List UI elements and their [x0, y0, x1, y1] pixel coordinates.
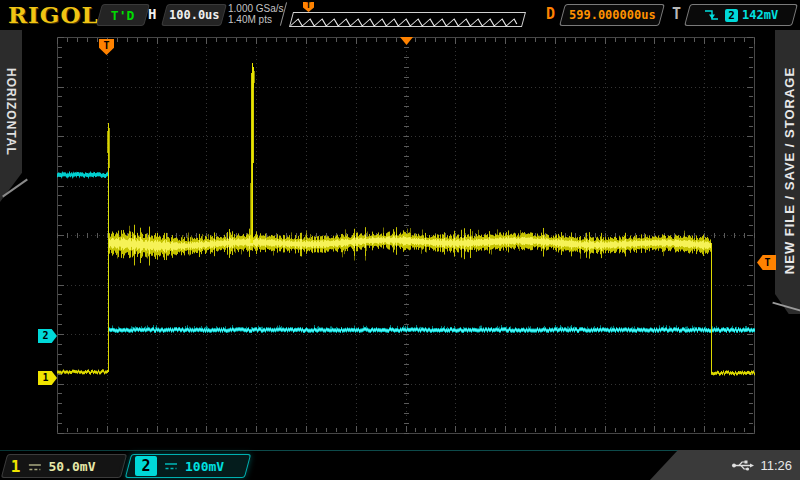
memory-position-bar: [289, 12, 526, 27]
tab-storage-label: NEW FILE / SAVE / STORAGE: [782, 53, 797, 289]
memory-trigger-marker[interactable]: T: [303, 2, 314, 12]
trigger-status-label: T'D: [111, 8, 134, 23]
ch1-dc-coupling-icon: [28, 460, 42, 472]
ch1-scale-value: 50.0mV: [49, 459, 96, 474]
trigger-level-value: 142mV: [742, 8, 778, 22]
trigger-status-badge: T'D: [96, 4, 150, 26]
delay-label: D: [546, 5, 555, 23]
sample-rate: 1.000 GSa/s: [228, 3, 288, 14]
brand-logo: RIGOL: [8, 1, 99, 28]
top-status-bar: RIGOL T'D H 100.0us 1.000 GSa/s 1.40M pt…: [0, 0, 800, 30]
trigger-source-badge: 2: [725, 9, 738, 22]
falling-edge-icon: [703, 8, 721, 22]
clock: 11:26: [760, 458, 792, 473]
memory-depth: 1.40M pts: [228, 14, 288, 25]
memory-waveform-icon: [290, 17, 522, 28]
ch1-badge: 1: [11, 457, 21, 476]
acquisition-info: 1.000 GSa/s 1.40M pts: [228, 3, 288, 25]
tab-horizontal-label: HORIZONTAL: [4, 68, 18, 158]
delay-value: 599.000000us: [569, 8, 656, 22]
timebase-readout[interactable]: 100.0us: [161, 4, 227, 26]
trigger-readout[interactable]: 2 142mV: [684, 4, 798, 26]
channel-status-bar: 1 50.0mV 2 100mV: [0, 450, 800, 480]
system-status-area: 11:26: [650, 450, 800, 480]
ch2-dc-coupling-icon: [164, 460, 178, 472]
ch2-scale-value: 100mV: [185, 459, 224, 474]
graticule-canvas: [0, 0, 800, 480]
usb-icon: [731, 459, 755, 472]
oscilloscope-screen: RIGOL T'D H 100.0us 1.000 GSa/s 1.40M pt…: [0, 0, 800, 480]
timebase-value: 100.0us: [169, 8, 220, 22]
ch1-status-box[interactable]: 1 50.0mV: [1, 454, 127, 478]
trigger-label: T: [672, 5, 681, 23]
ch2-status-box[interactable]: 2 100mV: [125, 454, 251, 478]
delay-readout[interactable]: 599.000000us: [559, 4, 665, 26]
tab-storage-menu[interactable]: NEW FILE / SAVE / STORAGE: [775, 30, 800, 314]
tab-horizontal-menu[interactable]: HORIZONTAL: [0, 30, 22, 202]
horizontal-menu-label[interactable]: H: [148, 6, 156, 22]
ch2-badge: 2: [135, 456, 157, 476]
